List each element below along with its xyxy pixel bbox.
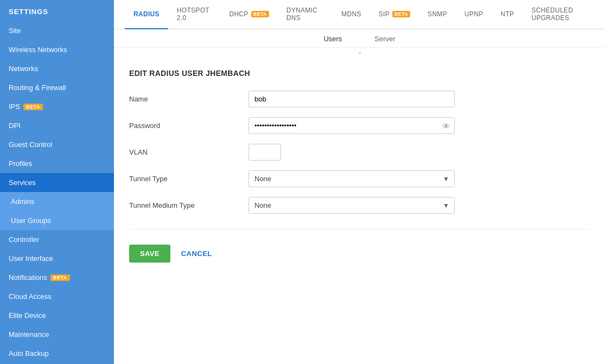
name-row: Name <box>129 91 590 107</box>
tab-scheduled-upgrades-label: SCHEDULED UPGRADES <box>531 7 596 22</box>
sidebar-item-label: Elite Device <box>9 311 46 320</box>
sidebar-item-label: User Interface <box>9 254 53 263</box>
tab-upnp[interactable]: UPNP <box>456 0 492 29</box>
tab-hotspot-label: HOTSPOT 2.0 <box>177 7 212 22</box>
main-content: RADIUS HOTSPOT 2.0 DHCP BETA DYNAMIC DNS… <box>114 0 605 364</box>
tab-ntp-label: NTP <box>501 10 514 18</box>
dhcp-beta-badge: BETA <box>251 11 269 17</box>
sidebar-item-auto-backup[interactable]: Auto Backup <box>0 344 114 363</box>
sidebar-item-label: Guest Control <box>9 141 52 149</box>
sidebar-item-label: Admins <box>11 197 34 206</box>
tab-sip-label: SIP <box>379 10 390 18</box>
page-title: EDIT RADIUS USER JHEMBACH <box>129 69 590 78</box>
sidebar-item-label: Auto Backup <box>9 349 49 357</box>
tab-sip[interactable]: SIP BETA <box>370 0 419 29</box>
password-label: Password <box>129 122 249 130</box>
save-button[interactable]: SAVE <box>129 245 170 263</box>
password-wrap: 👁 <box>249 117 455 134</box>
tab-ntp[interactable]: NTP <box>492 0 523 29</box>
notifications-beta-badge: BETA <box>50 274 70 281</box>
top-tab-bar: RADIUS HOTSPOT 2.0 DHCP BETA DYNAMIC DNS… <box>114 0 605 29</box>
sidebar-item-notifications[interactable]: Notifications BETA <box>0 268 114 287</box>
subtab-server-label: Server <box>374 35 395 43</box>
tab-radius[interactable]: RADIUS <box>125 0 168 29</box>
tab-dhcp-label: DHCP <box>229 10 248 18</box>
active-indicator <box>102 180 105 186</box>
sidebar-item-label: Wireless Networks <box>9 46 67 54</box>
button-row: SAVE CANCEL <box>129 245 590 263</box>
sub-tab-bar: Users Server <box>114 29 605 48</box>
name-input[interactable] <box>249 91 455 107</box>
tab-radius-label: RADIUS <box>133 10 160 18</box>
sidebar-item-user-groups[interactable]: User Groups <box>0 211 114 230</box>
tab-hotspot[interactable]: HOTSPOT 2.0 <box>168 0 221 29</box>
sidebar-item-label: Notifications <box>9 273 47 282</box>
sidebar-item-admins[interactable]: Admins <box>0 192 114 211</box>
vlan-input[interactable] <box>249 144 281 161</box>
subtab-users-label: Users <box>323 35 342 43</box>
sidebar-item-label: Networks <box>9 65 38 73</box>
sidebar-item-ips[interactable]: IPS BETA <box>0 97 114 116</box>
tab-dynamic-dns-label: DYNAMIC DNS <box>286 7 324 22</box>
sidebar-item-guest-control[interactable]: Guest Control <box>0 135 114 154</box>
sidebar-item-wireless-networks[interactable]: Wireless Networks <box>0 40 114 59</box>
sidebar-item-label: Services <box>9 178 36 187</box>
sidebar-item-label: Site <box>9 27 21 35</box>
subtab-server[interactable]: Server <box>374 35 395 47</box>
tab-upnp-label: UPNP <box>464 10 483 18</box>
sidebar-item-profiles[interactable]: Profiles <box>0 154 114 173</box>
sidebar-item-label: User Groups <box>11 216 51 225</box>
name-label: Name <box>129 95 249 103</box>
toggle-password-icon[interactable]: 👁 <box>442 121 450 130</box>
sidebar-item-controller[interactable]: Controller <box>0 230 114 249</box>
content-area: EDIT RADIUS USER JHEMBACH Name Password … <box>114 56 605 364</box>
sidebar-item-label: Profiles <box>9 159 32 168</box>
ips-beta-badge: BETA <box>23 104 43 110</box>
sidebar-item-networks[interactable]: Networks <box>0 59 114 78</box>
sidebar-item-label: Routing & Firewall <box>9 84 66 92</box>
tab-snmp-label: SNMP <box>428 10 447 18</box>
vlan-label: VLAN <box>129 148 249 156</box>
tab-scheduled-upgrades[interactable]: SCHEDULED UPGRADES <box>523 0 605 29</box>
tunnel-medium-type-label: Tunnel Medium Type <box>129 201 249 209</box>
sidebar-item-user-interface[interactable]: User Interface <box>0 249 114 268</box>
cancel-button[interactable]: CANCEL <box>179 245 214 263</box>
tunnel-medium-type-select-wrap: None ▼ <box>249 197 455 214</box>
subtab-arrow: ⌄ <box>114 48 605 56</box>
sidebar-item-routing-firewall[interactable]: Routing & Firewall <box>0 78 114 97</box>
sidebar-item-elite-device[interactable]: Elite Device <box>0 306 114 325</box>
sidebar-item-site[interactable]: Site <box>0 21 114 40</box>
sidebar: SETTINGS Site Wireless Networks Networks… <box>0 0 114 364</box>
sidebar-item-label: DPI <box>9 122 21 130</box>
sidebar-item-label: IPS <box>9 103 20 111</box>
password-row: Password 👁 <box>129 117 590 134</box>
tunnel-type-select[interactable]: None <box>249 170 455 187</box>
sidebar-item-services[interactable]: Services <box>0 173 114 192</box>
tab-mdns[interactable]: MDNS <box>333 0 370 29</box>
tunnel-type-label: Tunnel Type <box>129 175 249 183</box>
tab-mdns-label: MDNS <box>341 10 361 18</box>
tab-dynamic-dns[interactable]: DYNAMIC DNS <box>278 0 333 29</box>
tab-dhcp[interactable]: DHCP BETA <box>220 0 277 29</box>
tab-snmp[interactable]: SNMP <box>419 0 456 29</box>
sidebar-item-label: Cloud Access <box>9 292 52 301</box>
password-input[interactable] <box>249 117 455 134</box>
tunnel-medium-type-row: Tunnel Medium Type None ▼ <box>129 197 590 214</box>
app-title: SETTINGS <box>0 0 114 21</box>
sidebar-item-dpi[interactable]: DPI <box>0 116 114 135</box>
vlan-row: VLAN <box>129 144 590 161</box>
subtab-users[interactable]: Users <box>323 35 342 47</box>
tunnel-type-select-wrap: None ▼ <box>249 170 455 187</box>
tunnel-medium-type-select[interactable]: None <box>249 197 455 214</box>
sip-beta-badge: BETA <box>392 11 410 17</box>
divider <box>129 229 590 229</box>
sidebar-item-cloud-access[interactable]: Cloud Access <box>0 287 114 306</box>
tunnel-type-row: Tunnel Type None ▼ <box>129 170 590 187</box>
sidebar-item-label: Maintenance <box>9 330 49 339</box>
sidebar-item-maintenance[interactable]: Maintenance <box>0 325 114 344</box>
sidebar-item-label: Controller <box>9 235 39 244</box>
